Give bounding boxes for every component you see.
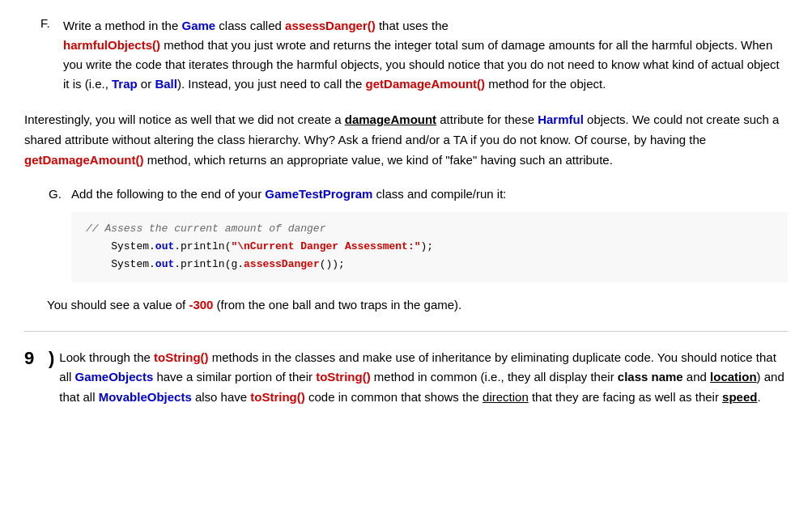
f-rest3: method for the object. <box>485 77 606 91</box>
g-text: Add the following to the end of your Gam… <box>71 184 507 204</box>
speed-ref: speed <box>722 390 757 404</box>
get-damage-amount-ref: getDamageAmount() <box>366 77 486 91</box>
s9-text7: code in common that shows the <box>305 390 483 404</box>
system-out1: System. <box>111 240 155 252</box>
get-damage-amount-ref2: getDamageAmount() <box>24 153 144 167</box>
s9-text6: also have <box>192 390 251 404</box>
value-text1: You should see a value of <box>47 298 189 312</box>
code-block: // Assess the current amount of danger S… <box>71 212 788 282</box>
semi2: ()); <box>320 258 345 270</box>
value-number: -300 <box>189 298 213 312</box>
code-line1: System.out.println("\nCurrent Danger Ass… <box>86 238 773 256</box>
assess-danger-call: assessDanger <box>244 258 320 270</box>
harmful-ref: Harmful <box>538 112 584 126</box>
trap-ref: Trap <box>112 77 138 91</box>
println1: .println( <box>174 240 231 252</box>
f-middle1: class called <box>215 19 285 32</box>
to-string-ref1: toString() <box>154 350 208 364</box>
assess-danger-ref: assessDanger() <box>285 19 376 32</box>
game-objects-ref: GameObjects <box>75 370 154 384</box>
g-text2: class and compile/run it: <box>372 187 506 201</box>
ball-ref: Ball <box>155 77 177 91</box>
f-content: Write a method in the Game class called … <box>63 16 788 94</box>
f-label: F. <box>40 16 57 94</box>
direction-ref: direction <box>483 390 529 404</box>
s9-text8: that they are facing as well as their <box>529 390 722 404</box>
to-string-ref3: toString() <box>250 390 304 404</box>
s9-text1: Look through the <box>59 350 154 364</box>
s9-text9: . <box>757 390 760 404</box>
class-name-bold: class name <box>618 370 683 384</box>
section-g: G. Add the following to the end of your … <box>24 184 788 282</box>
system-out2: System. <box>111 258 155 270</box>
out2: out <box>155 258 174 270</box>
value-text2: (from the one ball and two traps in the … <box>213 298 461 312</box>
movable-objects-ref: MovableObjects <box>99 390 192 404</box>
code-line2: System.out.println(g.assessDanger()); <box>86 256 773 273</box>
game-test-program-ref: GameTestProgram <box>265 187 372 201</box>
string1: "\nCurrent Danger Assessment:" <box>231 240 420 252</box>
s9-and: and <box>683 370 710 384</box>
section-f: F. Write a method in the Game class call… <box>24 16 788 94</box>
or-text: or <box>138 77 155 91</box>
interestingly-text2: attribute for these <box>436 112 538 126</box>
f-intro-text: Write a method in the <box>63 19 181 32</box>
s9-text3: have a similar portion of their <box>153 370 316 384</box>
interestingly-text1: Interestingly, you will notice as well t… <box>24 112 345 126</box>
f-middle2: that uses the <box>376 19 449 32</box>
to-string-ref2: toString() <box>316 370 370 384</box>
game-class-ref: Game <box>181 19 215 32</box>
section-9: 9) Look through the toString() methods i… <box>24 348 788 408</box>
location-ref: location <box>710 370 757 384</box>
section-9-number: 9 <box>24 348 44 408</box>
g-text1: Add the following to the end of your <box>71 187 265 201</box>
section-9-content: Look through the toString() methods in t… <box>59 348 788 408</box>
damage-amount-ref: damageAmount <box>345 112 436 126</box>
value-line: You should see a value of -300 (from the… <box>24 295 788 315</box>
f-rest2: ). Instead, you just need to call the <box>177 77 366 91</box>
semi1: ); <box>421 240 434 252</box>
code-comment-line: // Assess the current amount of danger <box>86 220 773 238</box>
interestingly-text4: method, which returns an appropriate val… <box>144 153 613 167</box>
s9-text4: method in common (i.e., they all display… <box>371 370 618 384</box>
println2: .println(g. <box>174 258 244 270</box>
g-header: G. Add the following to the end of your … <box>49 184 788 204</box>
g-label: G. <box>49 184 65 204</box>
interestingly-paragraph: Interestingly, you will notice as well t… <box>24 110 788 170</box>
section-divider <box>24 331 788 332</box>
harmful-objects-ref: harmfulObjects() <box>63 38 160 52</box>
out1: out <box>155 240 174 252</box>
section-9-paren: ) <box>49 348 54 408</box>
code-comment: // Assess the current amount of danger <box>86 223 325 235</box>
